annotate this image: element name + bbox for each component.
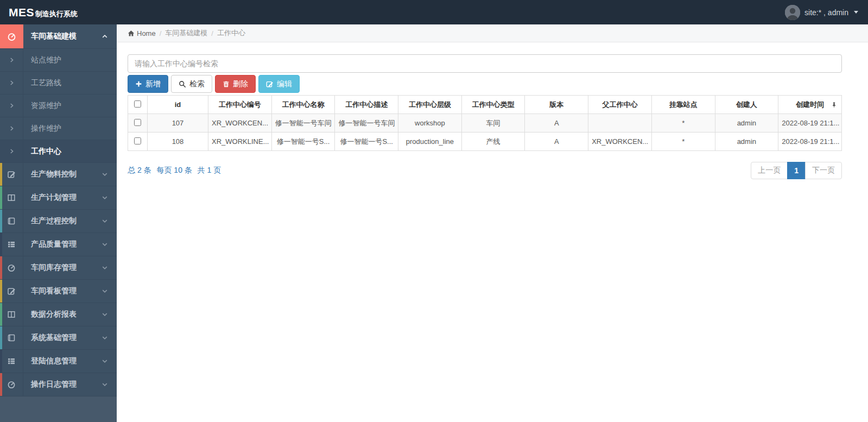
sidebar-item-station-maintenance[interactable]: 站点维护 (0, 49, 117, 72)
sidebar-item-login-info[interactable]: 登陆信息管理 (0, 350, 117, 373)
cell-name: 修一智能一号车间 (271, 114, 335, 133)
cell-desc: 修一智能一号车间 (335, 114, 398, 133)
trash-icon (223, 80, 230, 88)
sidebar-item-data-analysis[interactable]: 数据分析报表 (0, 303, 117, 326)
delete-button[interactable]: 删除 (215, 75, 256, 93)
work-center-table: id 工作中心编号 工作中心名称 工作中心描述 工作中心层级 工作中心类型 版本… (128, 95, 842, 151)
table-row[interactable]: 107 XR_WORKCEN... 修一智能一号车间 修一智能一号车间 work… (128, 114, 842, 133)
search-icon (179, 80, 186, 88)
home-icon (128, 30, 135, 37)
chevron-down-icon (102, 233, 108, 256)
column-header-name: 工作中心名称 (271, 96, 335, 114)
summary-total: 总 2 条 (128, 166, 151, 174)
chevron-up-icon (102, 24, 108, 48)
sidebar-item-plan-management[interactable]: 生产计划管理 (0, 186, 117, 210)
sidebar-item-label: 数据分析报表 (31, 303, 77, 326)
breadcrumb-home[interactable]: Home (128, 29, 156, 37)
sidebar-item-label: 生产物料控制 (31, 163, 77, 186)
edit-button[interactable]: 编辑 (258, 75, 300, 93)
sidebar-item-inventory-management[interactable]: 车间库存管理 (0, 256, 117, 280)
cell-code: XR_WORKCEN... (208, 114, 272, 133)
breadcrumb-separator: / (211, 29, 213, 37)
sidebar-item-quality-management[interactable]: 产品质量管理 (0, 233, 117, 256)
columns-icon (0, 186, 23, 209)
chevron-down-icon (102, 163, 108, 186)
cell-id: 107 (148, 114, 208, 133)
sidebar-item-workshop-modeling[interactable]: 车间基础建模 (0, 24, 117, 49)
chevron-down-icon (102, 303, 108, 326)
sidebar-item-process-route[interactable]: 工艺路线 (0, 72, 117, 95)
sidebar-item-system-management[interactable]: 系统基础管理 (0, 326, 117, 350)
edit-square-icon (266, 80, 274, 88)
cell-station: * (651, 114, 715, 133)
brand-subtitle: 制造执行系统 (35, 9, 78, 19)
sidebar-item-label: 生产计划管理 (31, 186, 77, 209)
sidebar-item-operation-maintenance[interactable]: 操作维护 (0, 117, 117, 140)
page-1-button[interactable]: 1 (787, 162, 806, 179)
sidebar-item-board-management[interactable]: 车间看板管理 (0, 280, 117, 303)
select-all-cell (128, 96, 148, 114)
cell-parent (588, 114, 652, 133)
breadcrumb-separator: / (160, 29, 162, 37)
cell-type: 产线 (461, 133, 525, 151)
select-all-checkbox[interactable] (134, 100, 141, 108)
column-header-version: 版本 (525, 96, 588, 114)
table-header-row: id 工作中心编号 工作中心名称 工作中心描述 工作中心层级 工作中心类型 版本… (128, 96, 842, 114)
row-checkbox[interactable] (134, 137, 141, 144)
toolbar: 新增 检索 删除 编辑 (128, 75, 842, 93)
chevron-right-icon (0, 117, 23, 140)
cell-created-time: 2022-08-19 21:1... (778, 114, 842, 133)
sidebar-item-label: 操作日志管理 (31, 373, 77, 396)
sidebar-item-label: 生产过程控制 (31, 210, 77, 232)
list-icon (0, 233, 23, 256)
chevron-down-icon (102, 280, 108, 303)
sidebar-item-label: 工作中心 (31, 140, 61, 162)
search-button[interactable]: 检索 (171, 75, 212, 93)
table-row[interactable]: 108 XR_WORKLINE... 修一智能一号S... 修一智能一号S...… (128, 133, 842, 151)
sidebar-item-label: 产品质量管理 (31, 233, 77, 256)
sidebar-item-label: 车间看板管理 (31, 280, 77, 303)
cell-type: 车间 (461, 114, 525, 133)
cell-name: 修一智能一号S... (271, 133, 335, 151)
book-icon (0, 210, 23, 232)
sidebar-item-work-center[interactable]: 工作中心 (0, 140, 117, 163)
caret-down-icon (854, 11, 858, 14)
summary-pages: 共 1 页 (198, 166, 221, 174)
sidebar-item-label: 站点维护 (31, 49, 61, 71)
brand-mes: MES (9, 6, 34, 19)
summary-per-page: 每页 10 条 (156, 166, 192, 174)
prev-page-button[interactable]: 上一页 (751, 162, 788, 179)
column-header-desc: 工作中心描述 (335, 96, 398, 114)
row-checkbox[interactable] (134, 119, 141, 126)
user-menu[interactable]: site:* , admin (785, 5, 858, 20)
app-brand: MES 制造执行系统 (9, 6, 78, 19)
sidebar-item-operation-log[interactable]: 操作日志管理 (0, 373, 117, 396)
chevron-down-icon (102, 326, 108, 349)
cell-level: workshop (398, 114, 462, 133)
chevron-right-icon (0, 72, 23, 94)
column-header-code: 工作中心编号 (208, 96, 272, 114)
column-header-creator: 创建人 (715, 96, 778, 114)
sidebar-item-label: 资源维护 (31, 95, 61, 117)
sidebar-item-material-control[interactable]: 生产物料控制 (0, 163, 117, 186)
add-button[interactable]: 新增 (128, 75, 168, 93)
sidebar-item-process-control[interactable]: 生产过程控制 (0, 210, 117, 233)
chevron-right-icon (0, 49, 23, 71)
cell-creator: admin (715, 133, 778, 151)
pin-icon[interactable] (831, 102, 837, 108)
columns-icon (0, 303, 23, 326)
next-page-button[interactable]: 下一页 (805, 162, 842, 179)
book-icon (0, 326, 23, 349)
cell-created-time: 2022-08-19 21:1... (778, 133, 842, 151)
chevron-down-icon (102, 186, 108, 209)
sidebar-item-resource-maintenance[interactable]: 资源维护 (0, 95, 117, 117)
breadcrumb-level1[interactable]: 车间基础建模 (165, 28, 207, 38)
chevron-down-icon (102, 210, 108, 232)
search-input[interactable] (128, 54, 842, 73)
list-icon (0, 350, 23, 373)
column-header-parent: 父工作中心 (588, 96, 652, 114)
chevron-down-icon (102, 373, 108, 396)
user-label: site:* , admin (804, 8, 848, 17)
chevron-down-icon (102, 256, 108, 279)
sidebar-item-label: 工艺路线 (31, 72, 61, 94)
